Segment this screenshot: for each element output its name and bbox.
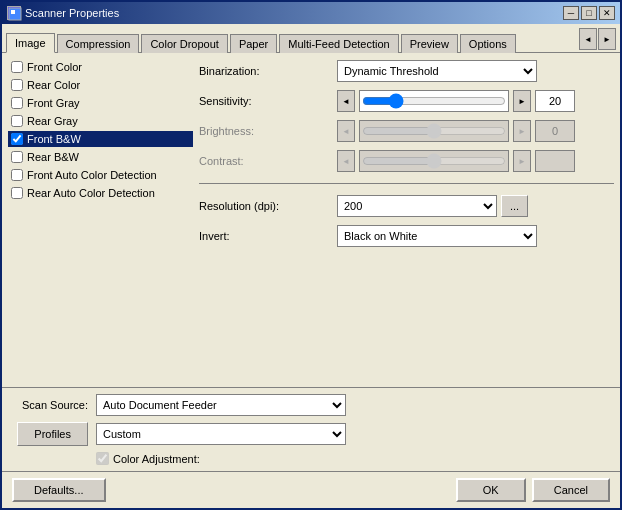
invert-control: Black on White White on Black: [337, 225, 614, 247]
maximize-button[interactable]: □: [581, 6, 597, 20]
footer: Defaults... OK Cancel: [2, 471, 620, 508]
sensitivity-down-btn[interactable]: ◄: [337, 90, 355, 112]
checkbox-front-gray[interactable]: [11, 97, 23, 109]
binarization-control: Dynamic Threshold Threshold Diffusion: [337, 60, 614, 82]
item-rear-bw[interactable]: Rear B&W: [8, 149, 193, 165]
cancel-button[interactable]: Cancel: [532, 478, 610, 502]
resolution-custom-btn[interactable]: ...: [501, 195, 528, 217]
left-panel: Front Color Rear Color Front Gray Rear G…: [8, 59, 193, 381]
ok-button[interactable]: OK: [456, 478, 526, 502]
item-rear-auto[interactable]: Rear Auto Color Detection: [8, 185, 193, 201]
label-front-gray: Front Gray: [27, 97, 80, 109]
contrast-up-btn: ►: [513, 150, 531, 172]
checkbox-rear-bw[interactable]: [11, 151, 23, 163]
label-front-auto: Front Auto Color Detection: [27, 169, 157, 181]
contrast-control: ◄ ►: [337, 150, 614, 172]
contrast-slider-box: [359, 150, 509, 172]
invert-select[interactable]: Black on White White on Black: [337, 225, 537, 247]
color-adjustment-label: Color Adjustment:: [113, 453, 200, 465]
tab-multi-feed[interactable]: Multi-Feed Detection: [279, 34, 399, 53]
color-adj-row: Color Adjustment:: [8, 452, 614, 465]
label-rear-gray: Rear Gray: [27, 115, 78, 127]
contrast-row: Contrast: ◄ ►: [199, 149, 614, 173]
brightness-row: Brightness: ◄ ►: [199, 119, 614, 143]
binarization-label: Binarization:: [199, 65, 329, 77]
profiles-row: Profiles Custom: [8, 422, 614, 446]
brightness-down-btn: ◄: [337, 120, 355, 142]
scan-source-label: Scan Source:: [8, 399, 88, 411]
label-rear-auto: Rear Auto Color Detection: [27, 187, 155, 199]
profiles-button[interactable]: Profiles: [17, 422, 88, 446]
item-front-gray[interactable]: Front Gray: [8, 95, 193, 111]
checkbox-front-bw[interactable]: [11, 133, 23, 145]
binarization-select[interactable]: Dynamic Threshold Threshold Diffusion: [337, 60, 537, 82]
tab-paper[interactable]: Paper: [230, 34, 277, 53]
title-controls: ─ □ ✕: [563, 6, 615, 20]
checkbox-rear-color[interactable]: [11, 79, 23, 91]
item-front-auto[interactable]: Front Auto Color Detection: [8, 167, 193, 183]
label-rear-color: Rear Color: [27, 79, 80, 91]
divider: [199, 183, 614, 184]
sensitivity-input[interactable]: [535, 90, 575, 112]
sensitivity-control: ◄ ►: [337, 90, 614, 112]
resolution-control: 200 75 100 150 300 400 600 ...: [337, 195, 614, 217]
item-front-color[interactable]: Front Color: [8, 59, 193, 75]
sensitivity-up-btn[interactable]: ►: [513, 90, 531, 112]
checkbox-rear-auto[interactable]: [11, 187, 23, 199]
label-front-bw: Front B&W: [27, 133, 81, 145]
binarization-row: Binarization: Dynamic Threshold Threshol…: [199, 59, 614, 83]
checkbox-front-color[interactable]: [11, 61, 23, 73]
tab-compression[interactable]: Compression: [57, 34, 140, 53]
brightness-slider: [362, 124, 506, 138]
title-bar-left: Scanner Properties: [7, 6, 119, 20]
bottom-bar: Scan Source: Auto Document Feeder Flatbe…: [2, 387, 620, 471]
scan-source-select[interactable]: Auto Document Feeder Flatbed Front Rear: [96, 394, 346, 416]
invert-label: Invert:: [199, 230, 329, 242]
sensitivity-slider[interactable]: [362, 94, 506, 108]
tab-nav-right[interactable]: ►: [598, 28, 616, 50]
scanner-properties-window: Scanner Properties ─ □ ✕ Image Compressi…: [0, 0, 622, 510]
contrast-slider: [362, 154, 506, 168]
profiles-select[interactable]: Custom: [96, 423, 346, 445]
item-front-bw[interactable]: Front B&W: [8, 131, 193, 147]
brightness-input: [535, 120, 575, 142]
color-adjustment-group: Color Adjustment:: [96, 452, 200, 465]
tab-preview[interactable]: Preview: [401, 34, 458, 53]
tab-options[interactable]: Options: [460, 34, 516, 53]
item-rear-gray[interactable]: Rear Gray: [8, 113, 193, 129]
window-icon: [7, 6, 21, 20]
color-adjustment-checkbox: [96, 452, 109, 465]
resolution-label: Resolution (dpi):: [199, 200, 329, 212]
brightness-up-btn: ►: [513, 120, 531, 142]
brightness-label: Brightness:: [199, 125, 329, 137]
defaults-button[interactable]: Defaults...: [12, 478, 106, 502]
tab-color-dropout[interactable]: Color Dropout: [141, 34, 227, 53]
right-panel: Binarization: Dynamic Threshold Threshol…: [199, 59, 614, 381]
resolution-row: Resolution (dpi): 200 75 100 150 300 400…: [199, 194, 614, 218]
label-rear-bw: Rear B&W: [27, 151, 79, 163]
contrast-input: [535, 150, 575, 172]
invert-row: Invert: Black on White White on Black: [199, 224, 614, 248]
contrast-label: Contrast:: [199, 155, 329, 167]
window-title: Scanner Properties: [25, 7, 119, 19]
close-button[interactable]: ✕: [599, 6, 615, 20]
checkbox-front-auto[interactable]: [11, 169, 23, 181]
brightness-control: ◄ ►: [337, 120, 614, 142]
sensitivity-label: Sensitivity:: [199, 95, 329, 107]
main-content: Front Color Rear Color Front Gray Rear G…: [2, 53, 620, 387]
tab-nav-left[interactable]: ◄: [579, 28, 597, 50]
contrast-down-btn: ◄: [337, 150, 355, 172]
tab-image[interactable]: Image: [6, 33, 55, 53]
footer-right: OK Cancel: [456, 478, 610, 502]
minimize-button[interactable]: ─: [563, 6, 579, 20]
resolution-select[interactable]: 200 75 100 150 300 400 600: [337, 195, 497, 217]
tab-bar: Image Compression Color Dropout Paper Mu…: [2, 24, 620, 53]
label-front-color: Front Color: [27, 61, 82, 73]
item-rear-color[interactable]: Rear Color: [8, 77, 193, 93]
brightness-slider-box: [359, 120, 509, 142]
title-bar: Scanner Properties ─ □ ✕: [2, 2, 620, 24]
sensitivity-row: Sensitivity: ◄ ►: [199, 89, 614, 113]
checkbox-rear-gray[interactable]: [11, 115, 23, 127]
sensitivity-slider-box: [359, 90, 509, 112]
svg-rect-1: [11, 10, 15, 14]
